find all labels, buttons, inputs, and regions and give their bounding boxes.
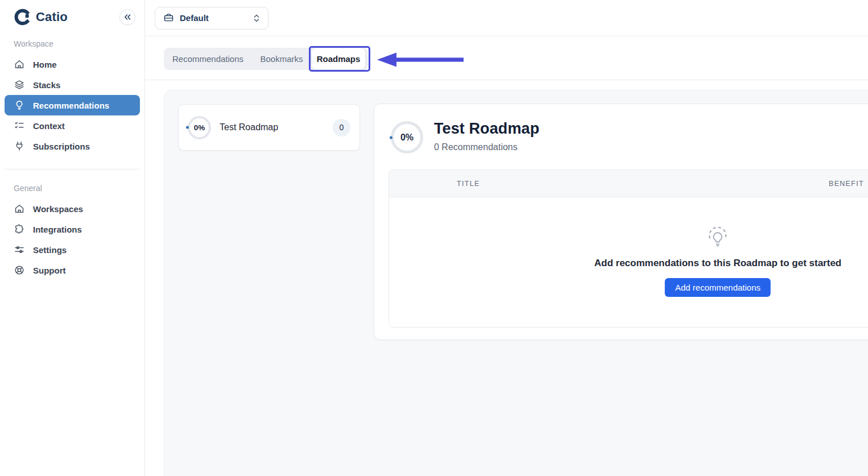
roadmap-detail-progress-ring: 0%	[391, 121, 423, 154]
lightbulb-sparkle-icon	[705, 226, 730, 251]
roadmap-detail-panel: 0% Test Roadmap 0 Recommendations TITLE …	[374, 104, 868, 340]
sidebar-item-support[interactable]: Support	[5, 260, 140, 280]
sidebar-item-home[interactable]: Home	[5, 54, 140, 74]
main-content: 0% Test Roadmap 0 0% Test Roadmap 0 Reco…	[145, 80, 868, 476]
sidebar-item-integrations[interactable]: Integrations	[5, 219, 140, 239]
topbar: Default	[145, 0, 868, 36]
table-header-row: TITLE BENEFIT	[389, 170, 868, 197]
add-recommendations-button[interactable]: Add recommendations	[665, 278, 771, 297]
catio-logo: Catio	[14, 9, 68, 26]
sidebar-header: Catio	[0, 0, 144, 26]
sidebar-item-recommendations[interactable]: Recommendations	[5, 95, 140, 115]
checklist-icon	[14, 120, 25, 131]
sidebar-item-context[interactable]: Context	[5, 115, 140, 136]
tabs-segmented-control: Recommendations Bookmarks Roadmaps	[164, 48, 368, 70]
sidebar-divider	[5, 169, 140, 169]
roadmap-detail-subtitle: 0 Recommendations	[434, 142, 518, 152]
column-header-title: TITLE	[457, 180, 480, 188]
empty-state-message: Add recommendations to this Roadmap to g…	[594, 258, 842, 269]
home-icon	[14, 59, 25, 70]
roadmap-progress-value: 0%	[194, 123, 205, 132]
roadmap-list-item[interactable]: 0% Test Roadmap 0	[178, 104, 360, 151]
sidebar-item-label: Workspaces	[33, 204, 83, 214]
column-header-benefit: BENEFIT	[829, 180, 864, 188]
sidebar-item-label: Home	[33, 60, 57, 69]
progress-dot-icon	[186, 126, 189, 129]
plug-icon	[14, 140, 25, 152]
sidebar-item-label: Subscriptions	[33, 142, 90, 151]
sidebar-section-general: General	[0, 184, 144, 193]
workspace-selector[interactable]: Default	[155, 7, 268, 30]
roadmap-count-badge: 0	[333, 119, 350, 136]
tab-recommendations[interactable]: Recommendations	[164, 54, 252, 64]
sidebar-item-workspaces[interactable]: Workspaces	[5, 198, 140, 219]
lightbulb-icon	[14, 100, 25, 111]
sidebar-item-settings[interactable]: Settings	[5, 239, 140, 260]
sidebar-item-subscriptions[interactable]: Subscriptions	[5, 136, 140, 156]
workspaces-icon	[14, 203, 25, 214]
puzzle-icon	[14, 223, 25, 235]
roadmap-card-title: Test Roadmap	[220, 122, 278, 133]
workspace-selector-value: Default	[180, 13, 209, 23]
tab-roadmaps[interactable]: Roadmaps	[312, 48, 365, 69]
roadmap-detail-progress-value: 0%	[400, 133, 414, 143]
table-body: Add recommendations to this Roadmap to g…	[389, 197, 868, 328]
sidebar-item-label: Context	[33, 121, 65, 131]
sidebar-item-label: Recommendations	[33, 101, 109, 110]
sidebar: Catio Workspace Home Stacks	[0, 0, 145, 476]
roadmap-detail-title: Test Roadmap	[434, 120, 539, 138]
sidebar-item-label: Stacks	[33, 80, 60, 90]
lifebuoy-icon	[14, 264, 25, 276]
chevron-updown-icon	[253, 14, 260, 23]
stacks-icon	[14, 79, 25, 90]
catio-logo-icon	[14, 9, 31, 26]
tab-bookmarks[interactable]: Bookmarks	[252, 54, 311, 64]
sliders-icon	[14, 244, 25, 255]
tab-bar: Recommendations Bookmarks Roadmaps	[145, 36, 868, 80]
brand-name: Catio	[36, 10, 68, 24]
progress-dot-icon	[390, 136, 392, 139]
sidebar-section-workspace: Workspace	[0, 39, 144, 48]
recommendations-table: TITLE BENEFIT Add recommendations to thi…	[388, 169, 868, 328]
roadmap-progress-ring: 0%	[188, 116, 211, 139]
sidebar-collapse-button[interactable]	[119, 9, 135, 25]
sidebar-item-label: Support	[33, 266, 66, 275]
double-chevron-left-icon	[123, 14, 131, 20]
sidebar-item-stacks[interactable]: Stacks	[5, 74, 140, 95]
sidebar-item-label: Settings	[33, 245, 67, 255]
empty-state: Add recommendations to this Roadmap to g…	[594, 226, 842, 297]
sidebar-item-label: Integrations	[33, 225, 82, 234]
briefcase-icon	[163, 13, 174, 23]
annotation-arrow-icon	[375, 50, 465, 69]
